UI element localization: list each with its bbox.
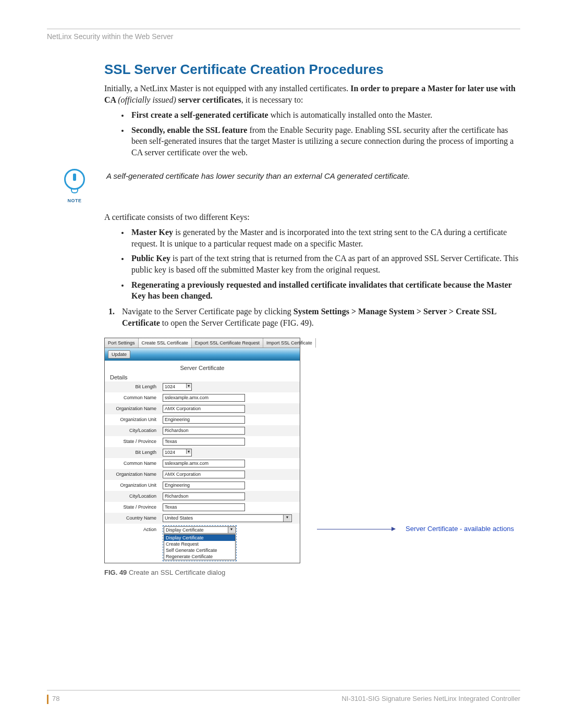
- bit-length-select-2[interactable]: 1024: [163, 449, 192, 456]
- update-button[interactable]: Update: [108, 350, 130, 359]
- bullet-item: Public Key is part of the text string th…: [129, 253, 520, 275]
- bullet-item: Master Key is generated by the Master an…: [129, 227, 520, 249]
- action-option[interactable]: Self Generate Certificate: [164, 547, 235, 553]
- action-option[interactable]: Create Request: [164, 541, 235, 547]
- dialog-toolbar: Update: [105, 348, 300, 361]
- page-number: 78: [47, 695, 59, 704]
- steps-list: Navigate to the Server Certificate page …: [104, 306, 520, 329]
- note-bulb-icon: NOTE: [63, 169, 87, 203]
- details-label: Details: [105, 372, 300, 381]
- dialog-title: Server Certificate: [105, 361, 300, 372]
- figure-caption: FIG. 49 Create an SSL Certificate dialog: [104, 569, 520, 576]
- bit-length-select[interactable]: 1024: [163, 383, 192, 391]
- tab-export-request[interactable]: Export SSL Certificate Request: [192, 338, 263, 348]
- note-block: NOTE A self-generated certificate has lo…: [47, 169, 520, 203]
- certificate-form: Bit Length1024 Common Namesslexample.amx…: [105, 381, 300, 563]
- state-input[interactable]: Texas: [163, 438, 245, 446]
- action-options-list: Display Certificate Create Request Self …: [164, 534, 236, 560]
- state-input-2[interactable]: Texas: [163, 503, 245, 511]
- bullet-item: Secondly, enable the SSL feature from th…: [129, 125, 520, 158]
- bullet-item: Regenerating a previously requested and …: [129, 279, 520, 302]
- org-name-input-2[interactable]: AMX Corporation: [163, 471, 245, 478]
- keys-bullets: Master Key is generated by the Master an…: [129, 227, 520, 302]
- org-unit-input[interactable]: Engineering: [163, 416, 245, 424]
- action-option[interactable]: Regenerate Certificate: [164, 553, 235, 560]
- intro-bullets: First create a self-generated certificat…: [129, 109, 520, 158]
- dialog-tabbar: Port Settings Create SSL Certificate Exp…: [105, 338, 300, 348]
- action-option[interactable]: Display Certificate: [164, 535, 235, 541]
- ssl-certificate-dialog: Port Settings Create SSL Certificate Exp…: [104, 338, 300, 563]
- tab-create-ssl[interactable]: Create SSL Certificate: [139, 338, 192, 348]
- action-dropdown-box: Display Certificate▾ Display Certificate…: [163, 525, 237, 561]
- city-input[interactable]: Richardson: [163, 427, 245, 435]
- org-unit-input-2[interactable]: Engineering: [163, 482, 245, 489]
- tab-port-settings[interactable]: Port Settings: [105, 338, 139, 348]
- running-head: NetLinx Security within the Web Server: [47, 32, 520, 41]
- page-footer: 78 NI-3101-SIG Signature Series NetLinx …: [47, 690, 520, 704]
- tab-import-ssl[interactable]: Import SSL Certificate: [263, 338, 316, 348]
- callout-text: Server Certificate - available actions: [406, 525, 514, 533]
- country-select[interactable]: United States▾: [163, 514, 292, 522]
- footer-doc-title: NI-3101-SIG Signature Series NetLinx Int…: [341, 695, 520, 704]
- note-text: A self-generated certificate has lower s…: [106, 169, 410, 181]
- org-name-input[interactable]: AMX Corporation: [163, 405, 245, 413]
- section-title: SSL Server Certificate Creation Procedur…: [104, 61, 520, 78]
- action-select[interactable]: Display Certificate▾: [164, 526, 236, 534]
- keys-intro: A certificate consists of two different …: [104, 212, 520, 223]
- callout-arrow: [317, 529, 395, 529]
- city-input-2[interactable]: Richardson: [163, 492, 245, 500]
- step-item: Navigate to the Server Certificate page …: [117, 306, 520, 329]
- bullet-item: First create a self-generated certificat…: [129, 109, 520, 121]
- intro-paragraph: Initially, a NetLinx Master is not equip…: [104, 83, 520, 105]
- common-name-input-2[interactable]: sslexample.amx.com: [163, 460, 245, 467]
- common-name-input[interactable]: sslexample.amx.com: [163, 394, 245, 402]
